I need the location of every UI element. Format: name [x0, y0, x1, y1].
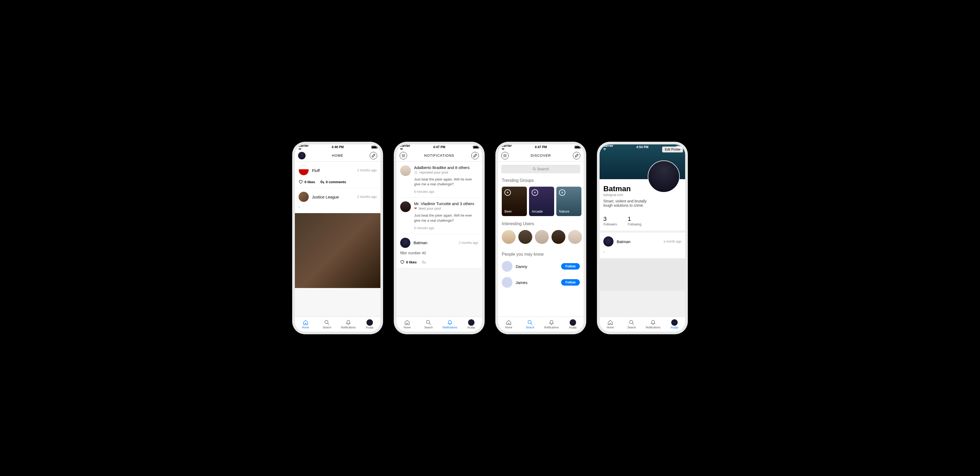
heart-icon: ❤	[414, 207, 417, 210]
post-item[interactable]: Batman 2 months ago filler number 40 0 l…	[396, 234, 482, 269]
profile-avatar[interactable]	[648, 161, 680, 193]
tab-home[interactable]: Home	[396, 317, 418, 331]
discover-content[interactable]: Search Trending Groups + Beer + Arcade +…	[498, 161, 584, 317]
feed-content[interactable]: Fluff 2 months ago 0 likes 0 comments	[295, 161, 380, 317]
trending-groups-row[interactable]: + Beer + Arcade + Nature	[498, 185, 584, 220]
svg-point-6	[403, 155, 404, 156]
following-stat[interactable]: 1 Following	[628, 215, 641, 226]
user-avatar[interactable]	[535, 230, 549, 244]
profile-tab-avatar	[570, 319, 576, 326]
svg-point-14	[505, 154, 505, 154]
tab-home[interactable]: Home	[600, 317, 621, 331]
battery-icon	[574, 146, 581, 149]
search-input[interactable]: Search	[501, 165, 581, 173]
repost-icon	[414, 171, 418, 174]
group-card-arcade[interactable]: + Arcade	[529, 187, 554, 216]
tab-search[interactable]: Search	[519, 317, 541, 331]
tab-home[interactable]: Home	[498, 317, 519, 331]
pymk-avatar[interactable]	[502, 277, 512, 288]
notif-action: reposted your post	[419, 170, 448, 174]
tab-profile[interactable]: Profile	[664, 317, 685, 331]
user-avatar[interactable]	[518, 230, 532, 244]
profile-url[interactable]: batsignal.com	[603, 193, 681, 197]
group-label: Beer	[504, 209, 524, 213]
like-count: 0 likes	[406, 260, 417, 264]
notif-title: Mr. Vladimir Turcotte and 3 others	[414, 201, 478, 206]
post-item[interactable]: Justice League 2 months ago -	[295, 188, 380, 288]
svg-line-23	[535, 170, 536, 170]
share-button[interactable]	[422, 260, 426, 264]
svg-point-19	[504, 156, 504, 157]
tab-search[interactable]: Search	[418, 317, 439, 331]
tab-bar: Home Search Notifications Profile	[498, 317, 584, 331]
trending-groups-title: Trending Groups	[498, 177, 584, 185]
post-author: Batman	[617, 239, 660, 244]
notif-avatar[interactable]	[400, 165, 411, 176]
follow-button[interactable]: Follow	[561, 279, 580, 286]
post-avatar[interactable]	[400, 238, 410, 248]
search-placeholder: Search	[537, 167, 549, 171]
post-body: -	[603, 249, 681, 255]
group-card-beer[interactable]: + Beer	[502, 187, 527, 216]
user-avatar-button[interactable]	[298, 152, 305, 159]
grid-menu-button[interactable]	[501, 152, 509, 159]
group-card-nature[interactable]: + Nature	[556, 187, 581, 216]
svg-point-2	[402, 154, 402, 154]
profile-tab-avatar	[671, 319, 678, 326]
notifications-content[interactable]: Adalberto Bradtke and 8 others reposted …	[396, 161, 482, 317]
post-avatar[interactable]	[603, 236, 614, 247]
tab-profile[interactable]: Profile	[359, 317, 380, 331]
profile-content[interactable]: Edit Profile Batman batsignal.com Smart,…	[600, 145, 685, 317]
notif-avatar[interactable]	[400, 201, 411, 212]
pymk-item[interactable]: James Follow	[498, 274, 584, 290]
pymk-item[interactable]: Danny Follow	[498, 258, 584, 274]
svg-point-9	[403, 156, 404, 157]
add-group-icon[interactable]: +	[559, 189, 565, 196]
followers-stat[interactable]: 3 Followers	[603, 215, 617, 226]
user-avatar[interactable]	[568, 230, 582, 244]
svg-point-21	[506, 156, 506, 157]
svg-point-4	[404, 154, 405, 154]
tab-profile[interactable]: Profile	[562, 317, 584, 331]
tab-search[interactable]: Search	[621, 317, 643, 331]
add-group-icon[interactable]: +	[532, 189, 538, 196]
profile-tab-avatar	[468, 319, 474, 326]
comment-button[interactable]: 0 comments	[320, 180, 346, 184]
like-button[interactable]: 0 likes	[299, 180, 315, 184]
post-avatar[interactable]	[299, 165, 309, 175]
tab-notifications[interactable]: Notifications	[541, 317, 562, 331]
compose-button[interactable]	[573, 152, 581, 159]
compose-button[interactable]	[370, 152, 377, 159]
like-button[interactable]: 0 likes	[400, 260, 417, 264]
post-item[interactable]: Batman a month ago -	[600, 232, 685, 259]
tab-notifications[interactable]: Notifications	[439, 317, 461, 331]
tab-search[interactable]: Search	[316, 317, 337, 331]
follow-button[interactable]: Follow	[561, 263, 580, 269]
status-bar: Carrier 4:47 PM	[498, 145, 584, 150]
notif-action: liked your post	[418, 207, 441, 210]
pymk-name: Danny	[515, 264, 558, 269]
user-avatar[interactable]	[502, 230, 515, 244]
user-avatar[interactable]	[552, 230, 565, 244]
post-image[interactable]	[295, 213, 380, 288]
phone-home: Carrier 4:46 PM HOME Fluff 2 months ago	[292, 142, 383, 334]
tab-profile[interactable]: Profile	[461, 317, 482, 331]
post-item[interactable]: Fluff 2 months ago 0 likes 0 comments	[295, 161, 380, 188]
grid-menu-button[interactable]	[399, 152, 407, 159]
tab-notifications[interactable]: Notifications	[337, 317, 359, 331]
post-avatar[interactable]	[299, 192, 309, 202]
like-count: 0 likes	[304, 180, 315, 184]
post-time: a month ago	[663, 240, 681, 244]
pymk-avatar[interactable]	[502, 261, 512, 272]
compose-button[interactable]	[471, 152, 479, 159]
tab-home[interactable]: Home	[295, 317, 316, 331]
profile-bio: Smart, violent and brutally tough soluti…	[603, 199, 651, 207]
post-time: 2 months ago	[459, 241, 478, 245]
tab-notifications[interactable]: Notifications	[643, 317, 664, 331]
interesting-users-row[interactable]	[498, 228, 584, 248]
nav-header: DISCOVER	[498, 150, 584, 161]
status-bar: Carrier 4:54 PM	[600, 145, 685, 150]
notification-item[interactable]: Mr. Vladimir Turcotte and 3 others ❤ lik…	[396, 197, 482, 234]
notification-item[interactable]: Adalberto Bradtke and 8 others reposted …	[396, 161, 482, 197]
add-group-icon[interactable]: +	[504, 189, 511, 196]
